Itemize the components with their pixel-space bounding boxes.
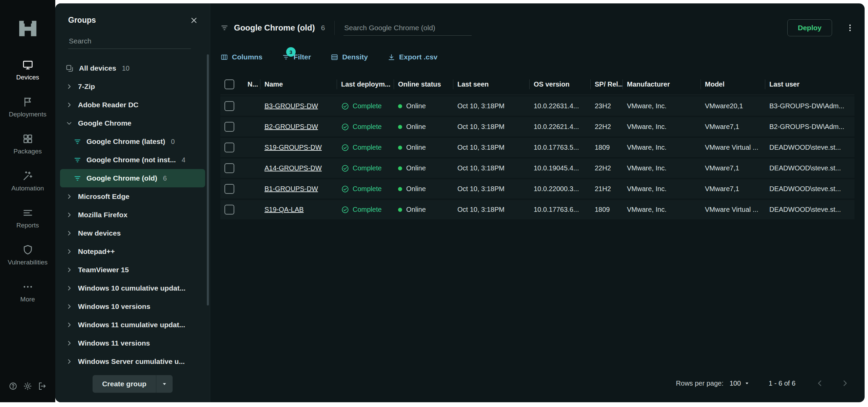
deploy-button[interactable]: Deploy — [787, 19, 832, 36]
nav-label: Automation — [11, 185, 44, 192]
chevron-right-icon — [65, 211, 73, 219]
nav-item-more[interactable]: More — [0, 281, 55, 303]
nav-item-reports[interactable]: Reports — [0, 207, 55, 229]
group-item[interactable]: Windows Server cumulative u... — [60, 352, 205, 369]
filter-icon — [74, 174, 81, 182]
density-button[interactable]: Density — [331, 53, 368, 61]
column-header-sp-release[interactable]: SP/ Rel... — [591, 74, 623, 95]
table-row[interactable]: B1-GROUPS-DW Complete Online Oct 10, 3:1… — [220, 179, 854, 199]
row-checkbox[interactable] — [224, 143, 234, 152]
device-link[interactable]: B1-GROUPS-DW — [264, 185, 318, 192]
device-link[interactable]: B2-GROUPS-DW — [264, 123, 318, 130]
group-item[interactable]: Microsoft Edge — [60, 187, 205, 206]
nav-item-devices[interactable]: Devices — [0, 59, 55, 81]
create-group-caret-button[interactable] — [156, 375, 173, 393]
gear-icon[interactable] — [23, 382, 32, 391]
table-row[interactable]: B3-GROUPS-DW Complete Online Oct 10, 3:1… — [220, 96, 854, 116]
app-logo — [17, 18, 39, 39]
logout-icon[interactable] — [38, 382, 47, 391]
group-item[interactable]: New devices — [60, 224, 205, 242]
device-link[interactable]: S19-QA-LAB — [264, 206, 304, 213]
select-all-checkbox[interactable] — [224, 79, 234, 89]
sidebar-footer — [8, 382, 47, 391]
manufacturer-cell: VMware, Inc. — [623, 138, 701, 157]
manufacturer-cell: VMware, Inc. — [623, 117, 701, 136]
group-filter-icon — [220, 24, 229, 32]
row-checkbox[interactable] — [224, 163, 234, 173]
nav-item-vulnerabilities[interactable]: Vulnerabilities — [0, 244, 55, 266]
model-cell: VMware7,1 — [701, 117, 765, 136]
group-subitem-selected[interactable]: Google Chrome (old) 6 — [60, 169, 205, 187]
divider — [334, 21, 335, 35]
device-link[interactable]: B3-GROUPS-DW — [264, 102, 318, 110]
group-label: Google Chrome (not inst... — [86, 156, 176, 164]
help-icon[interactable] — [8, 382, 18, 391]
device-link[interactable]: S19-GROUPS-DW — [264, 144, 322, 151]
group-label: Google Chrome (latest) — [86, 137, 165, 146]
group-count: 0 — [171, 138, 175, 146]
group-item[interactable]: TeamViewer 15 — [60, 261, 205, 279]
column-header-last-seen[interactable]: Last seen — [453, 74, 530, 95]
group-item[interactable]: Mozilla Firefox — [60, 206, 205, 224]
column-header[interactable]: N... — [243, 74, 260, 95]
column-header-model[interactable]: Model — [701, 74, 765, 95]
device-search-input[interactable] — [343, 20, 472, 36]
device-count: 6 — [321, 24, 325, 32]
model-cell: VMware20,1 — [701, 96, 765, 116]
chevron-right-icon — [65, 358, 73, 365]
table-row[interactable]: S19-GROUPS-DW Complete Online Oct 10, 3:… — [220, 138, 854, 157]
table-row[interactable]: A14-GROUPS-DW Complete Online Oct 10, 3:… — [220, 159, 854, 178]
density-label: Density — [342, 53, 368, 61]
groups-scrollbar[interactable] — [207, 54, 209, 306]
group-item-all-devices[interactable]: All devices 10 — [60, 59, 205, 77]
group-item[interactable]: Windows 10 versions — [60, 297, 205, 316]
group-item[interactable]: Notepad++ — [60, 242, 205, 261]
group-item[interactable]: Windows 11 cumulative updat... — [60, 316, 205, 334]
group-item[interactable]: 7-Zip — [60, 77, 205, 96]
previous-page-button[interactable] — [815, 378, 825, 388]
filter-button[interactable]: 3 Filter — [282, 53, 311, 61]
row-checkbox[interactable] — [224, 184, 234, 194]
os-version-cell: 10.0.19045.4... — [530, 159, 591, 178]
column-header-online-status[interactable]: Online status — [394, 74, 453, 95]
row-checkbox[interactable] — [224, 101, 234, 111]
last-user-cell: B2-GROUPS-DW\Adm... — [765, 117, 854, 136]
online-status: Online — [406, 164, 426, 172]
rows-per-page-label: Rows per page: — [676, 380, 724, 387]
kebab-menu-icon[interactable] — [846, 23, 854, 32]
last-user-cell: B3-GROUPS-DW\Adm... — [765, 96, 854, 116]
last-seen-cell: Oct 10, 3:18PM — [453, 117, 530, 136]
os-version-cell: 10.0.17763.5... — [530, 138, 591, 157]
columns-button[interactable]: Columns — [220, 53, 262, 61]
nav-item-packages[interactable]: Packages — [0, 133, 55, 155]
group-subitem[interactable]: Google Chrome (latest) 0 — [60, 132, 205, 151]
column-header-manufacturer[interactable]: Manufacturer — [623, 74, 701, 95]
chevron-down-icon — [65, 119, 73, 127]
table-row[interactable]: B2-GROUPS-DW Complete Online Oct 10, 3:1… — [220, 117, 854, 136]
close-icon[interactable] — [190, 16, 198, 25]
export-csv-button[interactable]: Export .csv — [388, 53, 437, 61]
main-area: Google Chrome (old) 6 Deploy Columns 3 F… — [210, 3, 865, 402]
table-row[interactable]: S19-QA-LAB Complete Online Oct 10, 3:18P… — [220, 200, 854, 219]
column-header-last-user[interactable]: Last user — [765, 74, 854, 95]
last-user-cell: DEADWOOD\steve.st... — [765, 200, 854, 219]
row-checkbox[interactable] — [224, 122, 234, 132]
next-page-button[interactable] — [840, 378, 850, 388]
check-circle-icon — [341, 164, 349, 172]
rows-per-page-select[interactable]: 100 — [730, 380, 750, 387]
nav-item-automation[interactable]: Automation — [0, 170, 55, 192]
column-header-name[interactable]: Name — [260, 74, 337, 95]
column-header-last-deployment[interactable]: Last deploym... — [337, 74, 394, 95]
device-link[interactable]: A14-GROUPS-DW — [264, 164, 322, 172]
groups-search-input[interactable] — [68, 34, 191, 49]
group-subitem[interactable]: Google Chrome (not inst... 4 — [60, 151, 205, 169]
group-item-expanded[interactable]: Google Chrome — [60, 114, 205, 132]
group-item[interactable]: Adobe Reader DC — [60, 96, 205, 114]
column-header-os-version[interactable]: OS version — [530, 74, 591, 95]
create-group-button[interactable]: Create group — [93, 375, 156, 393]
report-rows-icon — [22, 207, 34, 219]
row-checkbox[interactable] — [224, 205, 234, 215]
nav-item-deployments[interactable]: Deployments — [0, 96, 55, 118]
group-item[interactable]: Windows 11 versions — [60, 334, 205, 352]
group-item[interactable]: Windows 10 cumulative updat... — [60, 279, 205, 297]
